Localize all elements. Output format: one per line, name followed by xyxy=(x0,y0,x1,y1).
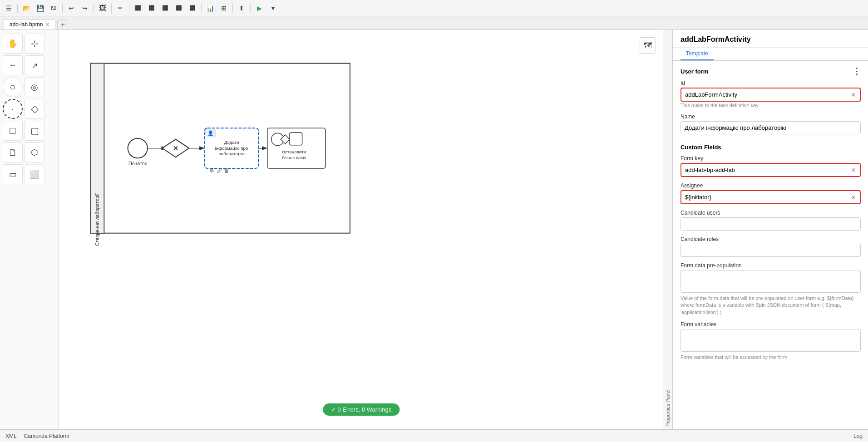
form-data-field-group: Form data pre-population Value of the fo… xyxy=(681,262,861,316)
circle-tool-button[interactable]: ○ xyxy=(3,77,23,97)
svg-text:Додати: Додати xyxy=(224,140,239,145)
table-button[interactable]: ⊞ xyxy=(218,2,230,14)
edit-button[interactable]: ✏ xyxy=(114,2,126,14)
svg-text:Встановити: Встановити xyxy=(282,149,306,154)
align-left-button[interactable]: ⬛ xyxy=(132,2,144,14)
log-label[interactable]: Log xyxy=(853,433,863,439)
platform-label: Camunda Platform xyxy=(24,433,69,439)
align-right-button[interactable]: ⬛ xyxy=(159,2,171,14)
assignee-input[interactable] xyxy=(681,191,860,203)
tool-row-1: ✋ ⊹ xyxy=(3,34,56,54)
open-button[interactable]: 📂 xyxy=(20,2,32,14)
double-circle-tool-button[interactable]: ◎ xyxy=(25,77,44,97)
add-tab-button[interactable]: + xyxy=(57,20,68,29)
candidate-roles-input-wrap xyxy=(681,244,861,257)
properties-panel: addLabFormActivity Template User form ⋮ … xyxy=(673,30,868,429)
tab-add-lab[interactable]: add-lab.bpmn ✕ xyxy=(4,19,55,29)
candidate-users-field-group: Candidate users xyxy=(681,210,861,231)
svg-text:бізнес ключ: бізнес ключ xyxy=(282,155,306,160)
tool-row-4: · ◇ xyxy=(3,99,56,119)
candidate-users-input-wrap xyxy=(681,217,861,231)
panel-content: User form ⋮ Id ✕ This maps to the task d… xyxy=(673,61,868,429)
redo-button[interactable]: ↪ xyxy=(79,2,91,14)
name-input[interactable] xyxy=(681,122,860,134)
play-button[interactable]: ▶ xyxy=(253,2,265,14)
form-key-clear-button[interactable]: ✕ xyxy=(851,167,856,174)
candidate-roles-label: Candidate roles xyxy=(681,236,861,242)
candidate-roles-input[interactable] xyxy=(681,244,860,256)
container-tool-button[interactable]: ▭ xyxy=(3,164,23,184)
xml-label[interactable]: XML xyxy=(5,433,17,439)
svg-text:🖊: 🖊 xyxy=(217,167,222,174)
tool-row-6: 🗋 ⬡ xyxy=(3,142,56,162)
divider-1 xyxy=(17,4,18,13)
diamond-tool-button[interactable]: ◇ xyxy=(25,99,44,119)
main-area: ✋ ⊹ ↔ ↗ ○ ◎ · ◇ □ ▢ 🗋 ⬡ ▭ ⬜ 🗺 xyxy=(0,30,868,429)
name-label: Name xyxy=(681,113,861,120)
cylinder-tool-button[interactable]: ⬡ xyxy=(25,142,44,162)
user-form-section-header: User form ⋮ xyxy=(681,66,861,76)
svg-text:👤: 👤 xyxy=(207,130,214,136)
rect-tool-button[interactable]: □ xyxy=(3,121,23,141)
name-input-wrap xyxy=(681,121,861,134)
tool-row-2: ↔ ↗ xyxy=(3,55,56,75)
tab-close-icon[interactable]: ✕ xyxy=(45,22,49,28)
id-input-wrap: ✕ xyxy=(681,88,861,102)
section-divider-1 xyxy=(681,140,861,140)
round-rect-tool-button[interactable]: ▢ xyxy=(25,121,44,141)
pool-label: Створення лабораторії xyxy=(94,193,100,246)
dist-horiz-button[interactable]: ⬛ xyxy=(173,2,185,14)
align-center-button[interactable]: ⬛ xyxy=(146,2,158,14)
divider-5 xyxy=(129,4,129,13)
form-key-label: Form key xyxy=(681,155,861,162)
select-tool-button[interactable]: ⊹ xyxy=(25,34,44,54)
undo-button[interactable]: ↩ xyxy=(65,2,77,14)
assignee-clear-button[interactable]: ✕ xyxy=(851,194,856,201)
menu-button[interactable]: ☰ xyxy=(3,2,15,14)
name-field-group: Name xyxy=(681,113,861,134)
dotted-circle-tool-button[interactable]: · xyxy=(3,99,23,119)
tool-row-7: ▭ ⬜ xyxy=(3,164,56,184)
tool-row-5: □ ▢ xyxy=(3,121,56,141)
chart-button[interactable]: 📊 xyxy=(204,2,216,14)
id-clear-button[interactable]: ✕ xyxy=(851,91,856,98)
form-key-input[interactable] xyxy=(681,164,860,176)
divider-6 xyxy=(201,4,202,13)
form-variables-field-group: Form variables Form variables that will … xyxy=(681,321,861,361)
image-button[interactable]: 🖼 xyxy=(97,2,108,14)
svg-text:лабораторію: лабораторію xyxy=(218,151,245,156)
lasso-tool-button[interactable]: ↔ xyxy=(3,55,23,75)
more-tools-button[interactable]: ▾ xyxy=(267,2,279,14)
svg-text:✕: ✕ xyxy=(173,145,178,152)
svg-rect-16 xyxy=(290,133,302,145)
bpmn-canvas[interactable]: 🗺 Створення лабораторії Початок ✕ 👤 xyxy=(59,30,663,429)
form-data-input[interactable] xyxy=(681,270,861,293)
doc-tool-button[interactable]: 🗋 xyxy=(3,142,23,162)
tab-bar: add-lab.bpmn ✕ + xyxy=(0,16,868,30)
divider-3 xyxy=(94,4,94,13)
save-button[interactable]: 💾 xyxy=(34,2,46,14)
validation-text: ✓ 0 Errors, 0 Warnings xyxy=(331,406,391,413)
export-button[interactable]: ⬆ xyxy=(236,2,247,14)
save-as-button[interactable]: 🖫 xyxy=(48,2,59,14)
form-variables-input[interactable] xyxy=(681,329,861,352)
form-data-label: Form data pre-population xyxy=(681,262,861,269)
start-event-label: Початок xyxy=(128,161,147,166)
connect-tool-button[interactable]: ↗ xyxy=(25,55,44,75)
pan-tool-button[interactable]: ✋ xyxy=(3,34,23,54)
id-input[interactable] xyxy=(681,88,860,101)
form-variables-hint: Form variables that will be accessed by … xyxy=(681,354,861,361)
dotted-rect-tool-button[interactable]: ⬜ xyxy=(25,164,44,184)
user-form-label: User form xyxy=(681,68,708,75)
left-toolbar: ✋ ⊹ ↔ ↗ ○ ◎ · ◇ □ ▢ 🗋 ⬡ ▭ ⬜ xyxy=(0,30,59,429)
start-event[interactable] xyxy=(128,138,148,158)
more-icon[interactable]: ⋮ xyxy=(853,66,861,76)
minimap-icon[interactable]: 🗺 xyxy=(640,37,656,54)
divider-4 xyxy=(111,4,112,13)
tab-template[interactable]: Template xyxy=(681,48,714,60)
candidate-users-input[interactable] xyxy=(681,218,860,230)
panel-tabs: Template xyxy=(673,48,868,61)
form-key-input-wrap: ✕ xyxy=(681,163,861,177)
properties-panel-label[interactable]: Properties Panel xyxy=(663,30,673,429)
dist-vert-button[interactable]: ⬛ xyxy=(187,2,198,14)
